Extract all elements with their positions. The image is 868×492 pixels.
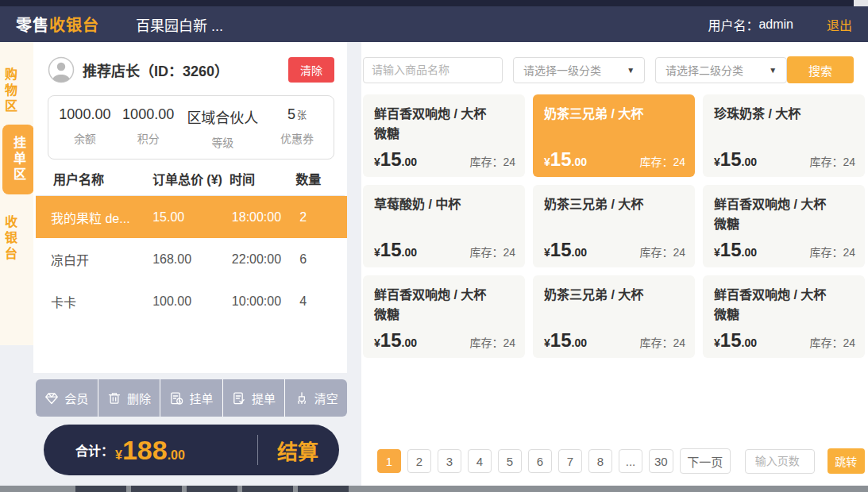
delete-button[interactable]: 删除 [98, 379, 161, 417]
hold-order-icon [169, 391, 183, 406]
price-decimal: .00 [572, 246, 587, 259]
retrieve-order-button[interactable]: 提单 [223, 379, 286, 417]
logout-link[interactable]: 退出 [827, 15, 852, 34]
price-decimal: .00 [742, 246, 757, 259]
category2-select[interactable]: 请选择二级分类 ▼ [655, 57, 787, 83]
currency-symbol: ¥ [714, 156, 720, 168]
points-value: 1000.00 [117, 106, 180, 123]
currency-symbol: ¥ [115, 448, 122, 463]
page-button[interactable]: 3 [438, 449, 461, 473]
product-price: ¥ 15 .00 [374, 331, 417, 350]
product-card[interactable]: 奶茶三兄弟 / 大杯 ¥ 15 .00 库存：24 [533, 185, 695, 267]
jump-button[interactable]: 跳转 [827, 448, 865, 474]
app-header: 零售收银台 百果园白新 ... 用户名： admin 退出 [0, 6, 868, 42]
held-order-row[interactable]: 我的果粒 de... 15.00 18:00:00 2 [36, 196, 347, 238]
order-quantity: 2 [299, 210, 334, 225]
total-amount: ¥ 188 .00 [115, 436, 185, 463]
product-card[interactable]: 鲜百香双响炮 / 大杯 微糖 ¥ 15 .00 库存：24 [703, 275, 865, 358]
held-order-row[interactable]: 凉白开 168.00 22:00:00 6 [36, 238, 347, 280]
product-price: ¥ 15 .00 [374, 240, 417, 259]
category1-select[interactable]: 请选择一级分类 ▼ [513, 57, 645, 83]
product-search-input[interactable] [363, 57, 503, 83]
price-decimal: .00 [402, 156, 417, 168]
tab-cashier[interactable]: 收银台 [0, 215, 35, 263]
currency-symbol: ¥ [714, 246, 720, 259]
page-button[interactable]: 5 [498, 449, 522, 473]
bottom-window-edge [0, 486, 868, 492]
currency-symbol: ¥ [714, 336, 720, 349]
clear-member-button[interactable]: 清除 [288, 57, 334, 83]
product-stock: 库存：24 [809, 153, 855, 169]
product-card[interactable]: 珍珠奶茶 / 大杯 ¥ 15 .00 库存：24 [703, 94, 865, 177]
page-button[interactable]: 8 [588, 449, 612, 473]
price-integer: 15 [550, 331, 572, 350]
product-price: ¥ 15 .00 [544, 150, 587, 169]
product-card[interactable]: 奶茶三兄弟 / 大杯 ¥ 15 .00 库存：24 [533, 275, 695, 358]
product-grid: 鲜百香双响炮 / 大杯 微糖 ¥ 15 .00 库存：24 奶茶三兄弟 / 大杯… [363, 94, 868, 358]
member-button[interactable]: 会员 [36, 379, 98, 417]
page-number-input[interactable] [745, 449, 815, 474]
tab-shopping-area[interactable]: 购物区 [0, 67, 35, 115]
page-button[interactable]: 1 [377, 449, 401, 473]
page-button[interactable]: 6 [528, 449, 552, 473]
product-card-footer: ¥ 15 .00 库存：24 [714, 240, 855, 259]
username-value: admin [758, 17, 793, 32]
page-button[interactable]: 4 [468, 449, 492, 473]
product-stock: 库存：24 [469, 244, 515, 259]
bottom-edge-segment [298, 486, 349, 492]
product-stock: 库存：24 [469, 153, 515, 169]
next-page-button[interactable]: 下一页 [680, 448, 731, 474]
avatar-icon [48, 56, 75, 83]
order-user-name: 凉白开 [51, 250, 152, 269]
search-button[interactable]: 搜索 [787, 56, 854, 83]
price-decimal: .00 [742, 336, 757, 349]
bottom-edge-segment [131, 486, 182, 492]
chevron-down-icon: ▼ [769, 66, 777, 75]
page-button[interactable]: 2 [407, 449, 431, 473]
product-price: ¥ 15 .00 [374, 150, 417, 169]
hold-order-button[interactable]: 挂单 [160, 379, 223, 417]
price-integer: 15 [550, 150, 572, 169]
product-name: 鲜百香双响炮 / 大杯 [714, 285, 854, 305]
product-name: 奶茶三兄弟 / 大杯 [544, 194, 684, 214]
header-user-name: 用户名称 [53, 169, 152, 188]
order-quantity: 4 [299, 294, 334, 309]
clear-all-button[interactable]: 清空 [285, 379, 347, 417]
checkout-button[interactable]: 结算 [258, 436, 339, 465]
page-button[interactable]: 7 [558, 449, 582, 473]
product-price: ¥ 15 .00 [544, 331, 587, 350]
orders-table-body: 我的果粒 de... 15.00 18:00:00 2 凉白开 168.00 2… [33, 196, 347, 322]
product-name: 鲜百香双响炮 / 大杯 [714, 194, 854, 214]
app-logo: 零售收银台 [16, 13, 99, 36]
member-stats-box: 1000.00 余额 1000.00 积分 区域合伙人 等级 5张 优惠券 [48, 95, 334, 160]
retrieve-order-icon [232, 391, 246, 406]
order-action-bar: 会员 删除 挂单 提单 清空 [36, 379, 347, 417]
product-card[interactable]: 鲜百香双响炮 / 大杯 微糖 ¥ 15 .00 库存：24 [363, 94, 525, 177]
page-button[interactable]: 30 [649, 449, 673, 473]
product-stock: 库存：24 [639, 334, 685, 350]
held-order-row[interactable]: 卡卡 100.00 10:00:00 4 [36, 280, 347, 322]
price-integer: 15 [720, 331, 742, 350]
bottom-edge-segment [187, 486, 237, 492]
product-card[interactable]: 鲜百香双响炮 / 大杯 微糖 ¥ 15 .00 库存：24 [363, 275, 525, 358]
trash-icon [107, 391, 122, 406]
product-spec: 微糖 [714, 305, 854, 325]
header-user-area: 用户名： admin 退出 [708, 15, 852, 34]
category1-placeholder: 请选择一级分类 [523, 62, 601, 78]
product-card[interactable]: 奶茶三兄弟 / 大杯 ¥ 15 .00 库存：24 [533, 94, 695, 177]
product-card[interactable]: 草莓酸奶 / 中杯 ¥ 15 .00 库存：24 [363, 185, 525, 267]
product-card-footer: ¥ 15 .00 库存：24 [544, 331, 685, 350]
category2-placeholder: 请选择二级分类 [665, 62, 743, 78]
product-card-footer: ¥ 15 .00 库存：24 [374, 240, 515, 259]
product-spec: 微糖 [374, 124, 514, 144]
pos-app: 零售收银台 百果园白新 ... 用户名： admin 退出 购物区 挂单区 收银… [0, 0, 868, 492]
gem-icon [44, 391, 59, 406]
retrieve-order-button-label: 提单 [252, 390, 276, 406]
product-card[interactable]: 鲜百香双响炮 / 大杯 微糖 ¥ 15 .00 库存：24 [703, 185, 865, 267]
tab-held-orders[interactable]: 挂单区 [2, 125, 34, 194]
product-price: ¥ 15 .00 [544, 240, 587, 259]
order-user-name: 卡卡 [51, 292, 152, 311]
page-button[interactable]: ... [619, 449, 642, 473]
currency-symbol: ¥ [544, 156, 550, 168]
product-spec: 微糖 [714, 214, 854, 234]
